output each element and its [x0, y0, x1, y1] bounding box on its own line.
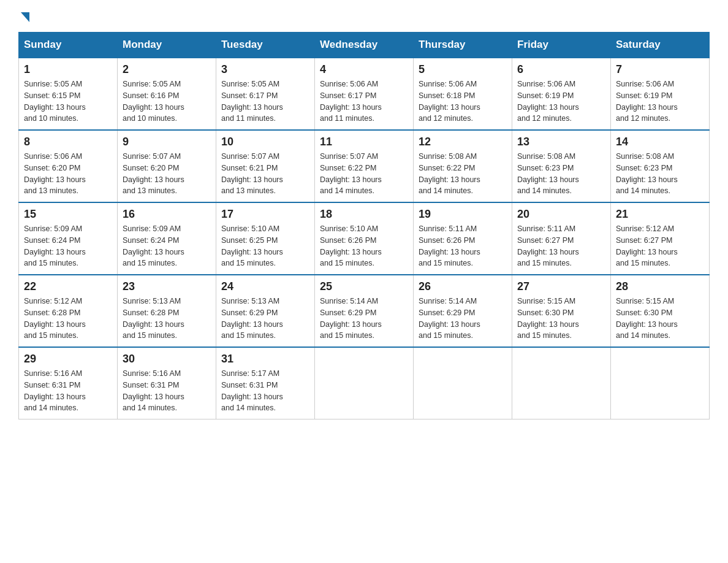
- day-info: Sunrise: 5:10 AM Sunset: 6:25 PM Dayligh…: [221, 223, 309, 269]
- day-number: 11: [320, 136, 408, 148]
- calendar-week-row-5: 29 Sunrise: 5:16 AM Sunset: 6:31 PM Dayl…: [19, 347, 710, 419]
- day-number: 27: [517, 280, 605, 293]
- calendar-cell: 21 Sunrise: 5:12 AM Sunset: 6:27 PM Dayl…: [611, 202, 710, 275]
- calendar-cell: 6 Sunrise: 5:06 AM Sunset: 6:19 PM Dayli…: [512, 58, 611, 130]
- logo: [18, 12, 29, 20]
- calendar-cell: 25 Sunrise: 5:14 AM Sunset: 6:29 PM Dayl…: [315, 275, 414, 347]
- calendar-cell: 18 Sunrise: 5:10 AM Sunset: 6:26 PM Dayl…: [315, 202, 414, 275]
- day-number: 21: [616, 208, 704, 221]
- calendar-cell: 31 Sunrise: 5:17 AM Sunset: 6:31 PM Dayl…: [216, 347, 315, 419]
- calendar-cell: 20 Sunrise: 5:11 AM Sunset: 6:27 PM Dayl…: [512, 202, 611, 275]
- calendar-header-friday: Friday: [512, 33, 611, 58]
- calendar-cell: 5 Sunrise: 5:06 AM Sunset: 6:18 PM Dayli…: [414, 58, 512, 130]
- day-info: Sunrise: 5:15 AM Sunset: 6:30 PM Dayligh…: [517, 296, 605, 342]
- calendar-header-thursday: Thursday: [414, 33, 512, 58]
- day-number: 20: [517, 208, 605, 221]
- day-number: 13: [517, 136, 605, 148]
- day-number: 9: [123, 136, 211, 148]
- calendar-cell: 11 Sunrise: 5:07 AM Sunset: 6:22 PM Dayl…: [315, 130, 414, 202]
- day-number: 8: [24, 136, 112, 148]
- day-number: 23: [123, 280, 211, 293]
- day-info: Sunrise: 5:09 AM Sunset: 6:24 PM Dayligh…: [24, 223, 112, 269]
- calendar-cell: 14 Sunrise: 5:08 AM Sunset: 6:23 PM Dayl…: [611, 130, 710, 202]
- page-header: [18, 12, 710, 20]
- calendar-week-row-1: 1 Sunrise: 5:05 AM Sunset: 6:15 PM Dayli…: [19, 58, 710, 130]
- calendar-table: SundayMondayTuesdayWednesdayThursdayFrid…: [18, 32, 710, 419]
- day-info: Sunrise: 5:08 AM Sunset: 6:22 PM Dayligh…: [419, 151, 507, 197]
- day-number: 26: [419, 280, 507, 293]
- day-number: 29: [24, 353, 112, 366]
- day-number: 2: [123, 63, 211, 76]
- day-number: 6: [517, 63, 605, 76]
- calendar-week-row-3: 15 Sunrise: 5:09 AM Sunset: 6:24 PM Dayl…: [19, 202, 710, 275]
- day-info: Sunrise: 5:06 AM Sunset: 6:17 PM Dayligh…: [320, 79, 408, 124]
- calendar-cell: 16 Sunrise: 5:09 AM Sunset: 6:24 PM Dayl…: [118, 202, 216, 275]
- day-info: Sunrise: 5:12 AM Sunset: 6:27 PM Dayligh…: [616, 223, 704, 269]
- calendar-header-row: SundayMondayTuesdayWednesdayThursdayFrid…: [19, 33, 710, 58]
- calendar-week-row-4: 22 Sunrise: 5:12 AM Sunset: 6:28 PM Dayl…: [19, 275, 710, 347]
- day-info: Sunrise: 5:13 AM Sunset: 6:29 PM Dayligh…: [221, 296, 309, 342]
- day-info: Sunrise: 5:14 AM Sunset: 6:29 PM Dayligh…: [320, 296, 408, 342]
- calendar-cell: 23 Sunrise: 5:13 AM Sunset: 6:28 PM Dayl…: [118, 275, 216, 347]
- day-info: Sunrise: 5:11 AM Sunset: 6:27 PM Dayligh…: [517, 223, 605, 269]
- calendar-cell: [315, 347, 414, 419]
- day-info: Sunrise: 5:16 AM Sunset: 6:31 PM Dayligh…: [123, 368, 211, 414]
- day-info: Sunrise: 5:07 AM Sunset: 6:21 PM Dayligh…: [221, 151, 309, 197]
- day-number: 10: [221, 136, 309, 148]
- day-number: 5: [419, 63, 507, 76]
- day-number: 28: [616, 280, 704, 293]
- calendar-cell: [512, 347, 611, 419]
- day-info: Sunrise: 5:07 AM Sunset: 6:20 PM Dayligh…: [123, 151, 211, 197]
- day-number: 24: [221, 280, 309, 293]
- calendar-cell: 28 Sunrise: 5:15 AM Sunset: 6:30 PM Dayl…: [611, 275, 710, 347]
- day-number: 30: [123, 353, 211, 366]
- calendar-cell: 10 Sunrise: 5:07 AM Sunset: 6:21 PM Dayl…: [216, 130, 315, 202]
- calendar-cell: 22 Sunrise: 5:12 AM Sunset: 6:28 PM Dayl…: [19, 275, 118, 347]
- day-number: 3: [221, 63, 309, 76]
- day-number: 12: [419, 136, 507, 148]
- day-info: Sunrise: 5:16 AM Sunset: 6:31 PM Dayligh…: [24, 368, 112, 414]
- day-info: Sunrise: 5:11 AM Sunset: 6:26 PM Dayligh…: [419, 223, 507, 269]
- calendar-cell: [414, 347, 512, 419]
- day-number: 18: [320, 208, 408, 221]
- calendar-cell: 8 Sunrise: 5:06 AM Sunset: 6:20 PM Dayli…: [19, 130, 118, 202]
- day-info: Sunrise: 5:05 AM Sunset: 6:15 PM Dayligh…: [24, 79, 112, 124]
- day-number: 1: [24, 63, 112, 76]
- day-number: 19: [419, 208, 507, 221]
- day-info: Sunrise: 5:12 AM Sunset: 6:28 PM Dayligh…: [24, 296, 112, 342]
- day-info: Sunrise: 5:08 AM Sunset: 6:23 PM Dayligh…: [517, 151, 605, 197]
- day-info: Sunrise: 5:15 AM Sunset: 6:30 PM Dayligh…: [616, 296, 704, 342]
- day-info: Sunrise: 5:10 AM Sunset: 6:26 PM Dayligh…: [320, 223, 408, 269]
- day-info: Sunrise: 5:06 AM Sunset: 6:19 PM Dayligh…: [517, 79, 605, 124]
- logo-arrow-icon: [21, 12, 29, 22]
- calendar-header-sunday: Sunday: [19, 33, 118, 58]
- calendar-cell: 12 Sunrise: 5:08 AM Sunset: 6:22 PM Dayl…: [414, 130, 512, 202]
- calendar-cell: 19 Sunrise: 5:11 AM Sunset: 6:26 PM Dayl…: [414, 202, 512, 275]
- calendar-cell: 26 Sunrise: 5:14 AM Sunset: 6:29 PM Dayl…: [414, 275, 512, 347]
- calendar-cell: 30 Sunrise: 5:16 AM Sunset: 6:31 PM Dayl…: [118, 347, 216, 419]
- day-number: 17: [221, 208, 309, 221]
- calendar-header-tuesday: Tuesday: [216, 33, 315, 58]
- day-number: 22: [24, 280, 112, 293]
- calendar-week-row-2: 8 Sunrise: 5:06 AM Sunset: 6:20 PM Dayli…: [19, 130, 710, 202]
- calendar-cell: 9 Sunrise: 5:07 AM Sunset: 6:20 PM Dayli…: [118, 130, 216, 202]
- calendar-cell: 1 Sunrise: 5:05 AM Sunset: 6:15 PM Dayli…: [19, 58, 118, 130]
- calendar-cell: 3 Sunrise: 5:05 AM Sunset: 6:17 PM Dayli…: [216, 58, 315, 130]
- day-info: Sunrise: 5:17 AM Sunset: 6:31 PM Dayligh…: [221, 368, 309, 414]
- calendar-cell: 17 Sunrise: 5:10 AM Sunset: 6:25 PM Dayl…: [216, 202, 315, 275]
- calendar-header-monday: Monday: [118, 33, 216, 58]
- day-number: 15: [24, 208, 112, 221]
- day-number: 25: [320, 280, 408, 293]
- calendar-cell: 15 Sunrise: 5:09 AM Sunset: 6:24 PM Dayl…: [19, 202, 118, 275]
- calendar-cell: [611, 347, 710, 419]
- day-info: Sunrise: 5:05 AM Sunset: 6:17 PM Dayligh…: [221, 79, 309, 124]
- day-info: Sunrise: 5:07 AM Sunset: 6:22 PM Dayligh…: [320, 151, 408, 197]
- day-number: 14: [616, 136, 704, 148]
- calendar-header-wednesday: Wednesday: [315, 33, 414, 58]
- calendar-cell: 29 Sunrise: 5:16 AM Sunset: 6:31 PM Dayl…: [19, 347, 118, 419]
- calendar-cell: 13 Sunrise: 5:08 AM Sunset: 6:23 PM Dayl…: [512, 130, 611, 202]
- day-info: Sunrise: 5:14 AM Sunset: 6:29 PM Dayligh…: [419, 296, 507, 342]
- day-info: Sunrise: 5:08 AM Sunset: 6:23 PM Dayligh…: [616, 151, 704, 197]
- calendar-header-saturday: Saturday: [611, 33, 710, 58]
- day-info: Sunrise: 5:09 AM Sunset: 6:24 PM Dayligh…: [123, 223, 211, 269]
